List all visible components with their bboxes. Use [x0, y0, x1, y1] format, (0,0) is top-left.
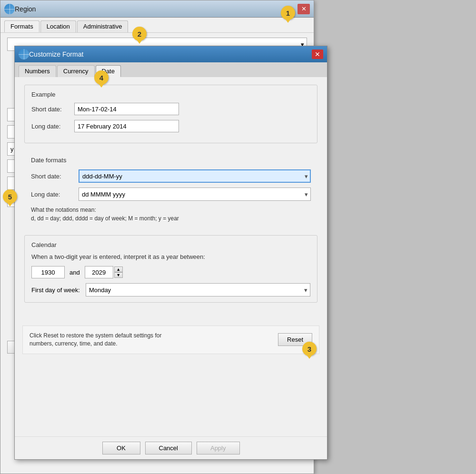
short-date-example-row: Short date:: [31, 103, 310, 115]
region-close-button[interactable]: ✕: [298, 4, 310, 14]
first-day-dropdown-wrapper: Monday Sunday Saturday: [86, 283, 310, 296]
first-day-select[interactable]: Monday Sunday Saturday: [86, 283, 310, 296]
customize-titlebar: Customize Format ✕: [15, 46, 327, 62]
customize-close-button[interactable]: ✕: [312, 49, 323, 59]
annotation-bubble-1: 1: [281, 6, 295, 20]
region-title: Region: [15, 5, 298, 13]
customize-bottom-buttons: OK Cancel Apply: [15, 436, 327, 459]
year-and-label: and: [69, 269, 80, 276]
year-to-spinner: ▲ ▼: [85, 266, 123, 278]
annotation-bubble-3: 3: [302, 342, 317, 356]
region-globe-icon: [4, 4, 15, 14]
customize-apply-button[interactable]: Apply: [197, 442, 240, 454]
calendar-section-label: Calendar: [31, 241, 310, 248]
region-tab-location[interactable]: Location: [40, 20, 76, 32]
example-section: Example Short date: Long date:: [24, 85, 317, 143]
customize-ok-button[interactable]: OK: [102, 442, 140, 454]
short-date-example-label: Short date:: [31, 106, 74, 113]
annotation-bubble-5: 5: [3, 189, 17, 204]
long-date-format-dropdown-wrapper: dd MMMM yyyy: [79, 188, 311, 201]
year-decrement-button[interactable]: ▼: [114, 272, 123, 278]
year-to-input[interactable]: [85, 266, 113, 278]
date-formats-section: Date formats Short date: ddd-dd-MM-yy Lo…: [24, 151, 317, 230]
customize-content: Example Short date: Long date: Date form…: [15, 77, 327, 318]
region-titlebar: Region ✕: [0, 0, 314, 18]
notation-text: What the notations mean: d, dd = day; dd…: [31, 206, 311, 223]
customize-tabs: Numbers Currency Date: [15, 62, 327, 77]
annotation-bubble-2: 2: [132, 27, 147, 41]
example-section-label: Example: [31, 91, 310, 98]
long-date-example-label: Long date:: [31, 123, 74, 130]
customize-globe-icon: [19, 49, 29, 59]
short-date-example-input[interactable]: [74, 103, 179, 115]
date-formats-label: Date formats: [31, 157, 311, 164]
customize-cancel-button[interactable]: Cancel: [145, 442, 192, 454]
customize-title: Customize Format: [29, 50, 312, 58]
reset-section: Click Reset to restore the system defaul…: [22, 326, 319, 354]
short-date-format-row: Short date: ddd-dd-MM-yy: [31, 169, 311, 183]
calendar-section: Calendar When a two-digit year is entere…: [24, 235, 317, 303]
region-tabs: Formats Location Administrative: [0, 18, 314, 33]
first-day-label: First day of week:: [31, 286, 80, 294]
reset-text: Click Reset to restore the system defaul…: [30, 332, 270, 348]
annotation-bubble-4: 4: [94, 70, 109, 85]
customize-tab-numbers[interactable]: Numbers: [19, 65, 56, 77]
two-digit-year-label: When a two-digit year is entered, interp…: [31, 253, 310, 260]
year-spinner-buttons: ▲ ▼: [114, 267, 123, 278]
customize-window: Customize Format ✕ Numbers Currency Date…: [14, 46, 327, 460]
short-date-format-select[interactable]: ddd-dd-MM-yy: [79, 169, 311, 183]
long-date-format-select[interactable]: dd MMMM yyyy: [79, 188, 311, 201]
long-date-example-row: Long date:: [31, 120, 310, 132]
year-increment-button[interactable]: ▲: [114, 267, 123, 272]
long-date-format-label: Long date:: [31, 191, 79, 198]
long-date-format-row: Long date: dd MMMM yyyy: [31, 188, 311, 201]
year-from-input[interactable]: [31, 266, 65, 278]
year-range-row: and ▲ ▼: [31, 266, 310, 278]
region-tab-administrative[interactable]: Administrative: [77, 20, 129, 32]
customize-tab-currency[interactable]: Currency: [57, 65, 95, 77]
region-tab-formats[interactable]: Formats: [4, 20, 40, 32]
short-date-format-dropdown-wrapper: ddd-dd-MM-yy: [79, 169, 311, 183]
first-day-row: First day of week: Monday Sunday Saturda…: [31, 283, 310, 296]
long-date-example-input[interactable]: [74, 120, 179, 132]
short-date-format-label: Short date:: [31, 173, 79, 180]
